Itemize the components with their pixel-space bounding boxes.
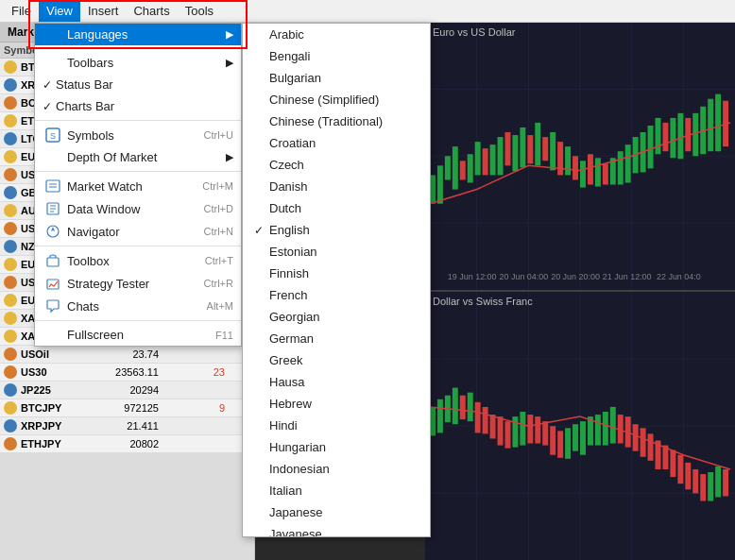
- czech-check: [254, 159, 269, 172]
- lang-javanese[interactable]: Javanese: [243, 523, 430, 537]
- estonian-label: Estonian: [269, 245, 317, 259]
- bulgarian-label: Bulgarian: [269, 71, 321, 85]
- menu-item-symbols[interactable]: S Symbols Ctrl+U: [35, 124, 241, 146]
- japanese-check: [254, 506, 269, 519]
- lang-estonian[interactable]: Estonian: [243, 241, 430, 263]
- menu-item-fullscreen[interactable]: Fullscreen F11: [35, 324, 241, 346]
- menu-item-toolbars[interactable]: Toolbars ▶: [35, 52, 241, 74]
- hebrew-check: [254, 398, 269, 411]
- hindi-label: Hindi: [269, 418, 298, 433]
- arabic-label: Arabic: [269, 27, 304, 42]
- menu-item-market-watch[interactable]: Market Watch Ctrl+M: [35, 175, 241, 197]
- german-check: [254, 332, 269, 346]
- bengali-check: [254, 50, 269, 63]
- menu-item-chats[interactable]: Chats Alt+M: [35, 295, 241, 317]
- languages-label: Languages: [67, 27, 218, 42]
- lang-danish[interactable]: Danish: [243, 176, 430, 197]
- lang-hindi[interactable]: Hindi: [243, 415, 430, 436]
- menu-item-languages[interactable]: Languages ▶: [35, 24, 241, 45]
- finnish-label: Finnish: [269, 266, 309, 280]
- menu-item-data-window[interactable]: Data Window Ctrl+D: [35, 197, 241, 220]
- toolbox-label: Toolbox: [67, 254, 186, 268]
- croatian-check: [254, 137, 269, 150]
- menu-item-depth-of-market[interactable]: Depth Of Market ▶: [35, 146, 241, 168]
- menu-tools[interactable]: Tools: [178, 0, 221, 22]
- datawindow-label: Data Window: [67, 202, 185, 216]
- menu-item-navigator[interactable]: Navigator Ctrl+N: [35, 220, 241, 243]
- indonesian-check: [254, 463, 269, 476]
- navigator-shortcut: Ctrl+N: [204, 226, 233, 237]
- menu-item-strategy-tester[interactable]: Strategy Tester Ctrl+R: [35, 272, 241, 295]
- italian-label: Italian: [269, 484, 302, 498]
- lang-german[interactable]: German: [243, 328, 430, 349]
- separator-1: [35, 48, 241, 49]
- german-label: German: [269, 331, 314, 346]
- menu-item-toolbox[interactable]: Toolbox Ctrl+T: [35, 249, 241, 272]
- svg-rect-2: [46, 180, 60, 192]
- view-dropdown-menu: Languages ▶ Toolbars ▶ ✓ Status Bar ✓ Ch…: [34, 23, 242, 347]
- marketwatch-shortcut: Ctrl+M: [202, 180, 233, 192]
- depth-label: Depth Of Market: [67, 150, 218, 164]
- marketwatch-icon: [43, 178, 63, 194]
- lang-english[interactable]: ✓ English: [243, 219, 430, 241]
- lang-finnish[interactable]: Finnish: [243, 263, 430, 284]
- toolbars-arrow: ▶: [226, 57, 233, 69]
- italian-check: [254, 484, 269, 498]
- hindi-check: [254, 419, 269, 433]
- japanese-label: Japanese: [269, 505, 322, 519]
- strategytester-label: Strategy Tester: [67, 277, 185, 291]
- french-check: [254, 289, 269, 302]
- dutch-check: [254, 202, 269, 215]
- lang-bulgarian[interactable]: Bulgarian: [243, 67, 430, 89]
- lang-hungarian[interactable]: Hungarian: [243, 436, 430, 458]
- lang-czech[interactable]: Czech: [243, 154, 430, 176]
- fullscreen-shortcut: F11: [215, 330, 233, 341]
- lang-bengali[interactable]: Bengali: [243, 45, 430, 67]
- lang-greek[interactable]: Greek: [243, 349, 430, 371]
- czech-label: Czech: [269, 158, 304, 172]
- lang-french[interactable]: French: [243, 284, 430, 306]
- toolbox-icon: [43, 253, 63, 268]
- lang-chinese-simplified[interactable]: Chinese (Simplified): [243, 89, 430, 110]
- menu-insert[interactable]: Insert: [80, 0, 127, 22]
- danish-label: Danish: [269, 179, 307, 194]
- symbols-label: Symbols: [67, 128, 185, 143]
- lang-georgian[interactable]: Georgian: [243, 306, 430, 328]
- lang-croatian[interactable]: Croatian: [243, 132, 430, 154]
- hebrew-label: Hebrew: [269, 397, 312, 411]
- menu-charts[interactable]: Charts: [126, 0, 177, 22]
- lang-dutch[interactable]: Dutch: [243, 197, 430, 219]
- chartsbar-check: ✓: [43, 100, 56, 113]
- lang-indonesian[interactable]: Indonesian: [243, 458, 430, 480]
- lang-japanese[interactable]: Japanese: [243, 501, 430, 523]
- chats-shortcut: Alt+M: [207, 300, 233, 312]
- hungarian-check: [254, 441, 269, 454]
- chartsbar-label: Charts Bar: [56, 99, 233, 113]
- toolbox-shortcut: Ctrl+T: [205, 255, 233, 266]
- javanese-label: Javanese: [269, 527, 322, 537]
- chinese-simplified-check: [254, 93, 269, 107]
- separator-2: [35, 120, 241, 121]
- chats-icon: [43, 298, 63, 314]
- bengali-label: Bengali: [269, 49, 310, 63]
- bulgarian-check: [254, 72, 269, 85]
- menu-view[interactable]: View: [39, 0, 80, 22]
- separator-5: [35, 320, 241, 321]
- dutch-label: Dutch: [269, 201, 301, 215]
- menubar: File View Insert Charts Tools: [0, 0, 735, 23]
- strategytester-shortcut: Ctrl+R: [204, 278, 233, 289]
- toolbars-label: Toolbars: [67, 56, 218, 70]
- menu-item-chartsbar[interactable]: ✓ Charts Bar: [35, 95, 241, 117]
- lang-arabic[interactable]: Arabic: [243, 24, 430, 45]
- menu-file[interactable]: File: [4, 0, 39, 22]
- svg-rect-11: [47, 258, 59, 266]
- menu-item-statusbar[interactable]: ✓ Status Bar: [35, 74, 241, 95]
- lang-chinese-traditional[interactable]: Chinese (Traditional): [243, 110, 430, 132]
- lang-hebrew[interactable]: Hebrew: [243, 393, 430, 415]
- estonian-check: [254, 246, 269, 259]
- lang-italian[interactable]: Italian: [243, 480, 430, 501]
- fullscreen-label: Fullscreen: [67, 328, 197, 342]
- statusbar-label: Status Bar: [56, 77, 233, 92]
- french-label: French: [269, 288, 307, 302]
- lang-hausa[interactable]: Hausa: [243, 371, 430, 393]
